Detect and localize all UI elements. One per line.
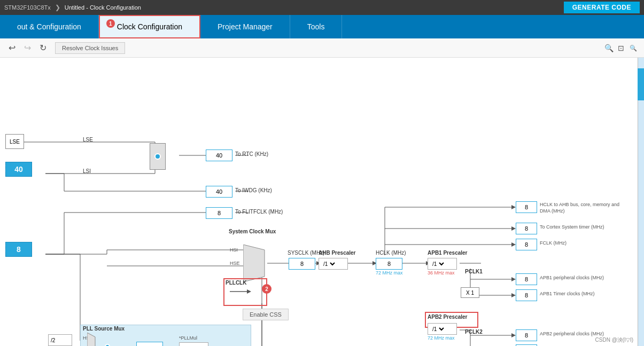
- svg-marker-33: [511, 242, 516, 247]
- apb1-prescaler-label: APB1 Prescaler: [428, 250, 468, 256]
- mux-selector-dot: [154, 153, 161, 160]
- apb1-prescaler-select[interactable]: /1/2/4: [428, 258, 457, 270]
- apb1-div-select[interactable]: /1/2/4: [430, 261, 446, 268]
- breadcrumb-arrow: ❯: [55, 4, 60, 11]
- apb1-periph-val: 8: [525, 276, 528, 282]
- apb1-timer-block[interactable]: 8: [516, 289, 537, 301]
- tab-project[interactable]: Project Manager: [200, 15, 290, 38]
- iwdg-value-block[interactable]: 40: [206, 186, 232, 198]
- generate-code-button[interactable]: GENERATE CODE: [564, 2, 640, 13]
- top-bar: STM32F103C8Tx ❯ Untitled - Clock Configu…: [0, 0, 644, 15]
- apb1-periph-label: APB1 peripheral clocks (MHz): [540, 275, 604, 280]
- apb2-periph-block[interactable]: 8: [516, 329, 537, 341]
- watermark: CSDN @泱(I▽I): [595, 336, 633, 344]
- apb1-x1-label: X 1: [466, 290, 474, 296]
- pllclk-arrow: [230, 286, 257, 297]
- zoom-out-icon[interactable]: 🔍: [630, 44, 637, 51]
- svg-marker-31: [511, 226, 516, 231]
- flitf-value-block[interactable]: 8: [206, 207, 232, 219]
- enable-css-button[interactable]: Enable CSS: [243, 309, 289, 320]
- nav-tabs: out & Configuration 1 Clock Configuratio…: [0, 15, 644, 38]
- apb2-div-select[interactable]: /1/2/4: [430, 326, 446, 333]
- clock-canvas: LSE LSI RC 40 40 KHz LSE LSI 40 To RTC (…: [0, 58, 644, 346]
- cortex-value-block[interactable]: 8: [516, 223, 537, 234]
- hclk-max-label: 72 MHz max: [376, 270, 403, 276]
- hsi-div2-select[interactable]: /2: [48, 334, 72, 346]
- pll-source-mux-shape[interactable]: [87, 333, 98, 346]
- toolbar: ↩ ↪ ↻ Resolve Clock Issues 🔍 ⊡ 🔍: [0, 38, 644, 58]
- pllclk-label: PLLCLK: [226, 280, 246, 286]
- pll-mul-label: *PLLMul: [179, 335, 197, 341]
- lse-lsi-mux[interactable]: [150, 143, 166, 170]
- svg-marker-43: [511, 333, 516, 337]
- hclk-val: 8: [387, 261, 391, 267]
- iwdg-label: To IWDG (KHz): [235, 187, 272, 193]
- apb2-prescaler-select[interactable]: /1/2/4: [428, 323, 457, 335]
- redo-button[interactable]: ↪: [22, 42, 33, 54]
- hclk-ahb-label: HCLK to AHB bus, core, memory and DMA (M…: [540, 202, 625, 214]
- lsi-khz-label: 40 KHz: [5, 162, 14, 173]
- fclk-value-block[interactable]: 8: [516, 239, 537, 250]
- lse-label: LSE: [10, 139, 20, 145]
- pll-value-block[interactable]: 4: [136, 342, 163, 346]
- resolve-clock-button[interactable]: Resolve Clock Issues: [55, 42, 125, 54]
- tab-tools-label: Tools: [307, 22, 325, 31]
- hclk-ahb-val: 8: [525, 204, 528, 210]
- apb2-prescaler-label: APB2 Prescaler: [428, 314, 468, 320]
- apb1-max-label: 36 MHz max: [428, 270, 455, 276]
- iwdg-val: 40: [216, 188, 222, 195]
- scrollbar[interactable]: [638, 58, 644, 346]
- ahb-div-select[interactable]: /1/2/4/8: [321, 261, 337, 268]
- fclk-label: FCLK (MHz): [540, 240, 567, 246]
- apb2-periph-val: 8: [525, 332, 528, 339]
- undo-button[interactable]: ↩: [6, 42, 18, 54]
- flitf-val: 8: [218, 210, 221, 216]
- hsi-mux-label: HSI: [230, 247, 238, 253]
- badge-2: 2: [262, 284, 271, 294]
- system-clock-mux-shape[interactable]: [243, 245, 270, 282]
- svg-marker-64: [87, 333, 95, 346]
- pll-source-mux-label: PLL Source Mux: [83, 326, 125, 332]
- hsi-mhz-label: 8 MHz: [5, 242, 15, 253]
- apb1-periph-block[interactable]: 8: [516, 273, 537, 285]
- tab-project-label: Project Manager: [218, 22, 273, 31]
- pclk2-label: PCLK2: [465, 329, 483, 335]
- fit-icon[interactable]: ⊡: [618, 44, 624, 52]
- pll-mux-dot: [105, 344, 110, 346]
- apb1-timer-val: 8: [525, 292, 528, 298]
- zoom-in-icon[interactable]: 🔍: [604, 44, 614, 52]
- hsi-div2-label: /2: [51, 337, 55, 343]
- rtc-val: 40: [216, 152, 222, 159]
- rtc-value-block[interactable]: 40: [206, 150, 232, 161]
- cortex-val: 8: [525, 225, 528, 232]
- lsi-line-label: LSI: [83, 168, 91, 174]
- fclk-val: 8: [525, 241, 528, 248]
- tab-clock[interactable]: 1 Clock Configuration: [99, 15, 200, 38]
- ahb-prescaler-label: AHB Prescaler: [319, 250, 355, 256]
- cortex-label: To Cortex System timer (MHz): [540, 224, 604, 230]
- pclk1-label: PCLK1: [465, 269, 483, 274]
- hclk-value-block[interactable]: 8: [376, 258, 402, 270]
- pll-mul-select[interactable]: X 2X 3X 4X 6X 8: [179, 342, 208, 346]
- apb1-timer-label: APB1 Timer clocks (MHz): [540, 291, 595, 296]
- tab-tools[interactable]: Tools: [290, 15, 343, 38]
- tab-pinout[interactable]: out & Configuration: [0, 15, 99, 38]
- reset-button[interactable]: ↻: [37, 42, 49, 54]
- lse-line-label: LSE: [83, 137, 93, 143]
- chip-label: STM32F103C8Tx: [4, 4, 51, 11]
- rtc-label: To RTC (KHz): [235, 151, 268, 157]
- svg-marker-39: [511, 293, 516, 297]
- flitf-label: To FLITFCLK (MHz): [235, 209, 283, 215]
- svg-marker-37: [511, 277, 516, 281]
- sysclk-value-block[interactable]: 8: [289, 258, 315, 270]
- apb2-max-label: 72 MHz max: [428, 335, 455, 341]
- ahb-prescaler-select[interactable]: /1/2/4/8: [319, 258, 348, 270]
- tab-clock-badge: 1: [106, 19, 115, 28]
- scrollbar-thumb[interactable]: [638, 68, 644, 100]
- tab-pinout-label: out & Configuration: [17, 22, 81, 31]
- toolbar-zoom-controls: 🔍 ⊡ 🔍: [604, 44, 638, 52]
- hclk-ahb-block[interactable]: 8: [516, 201, 537, 213]
- hse-mux-label: HSE: [230, 261, 240, 266]
- window-title: Untitled - Clock Configuration: [65, 4, 141, 11]
- sysclk-val: 8: [300, 261, 304, 267]
